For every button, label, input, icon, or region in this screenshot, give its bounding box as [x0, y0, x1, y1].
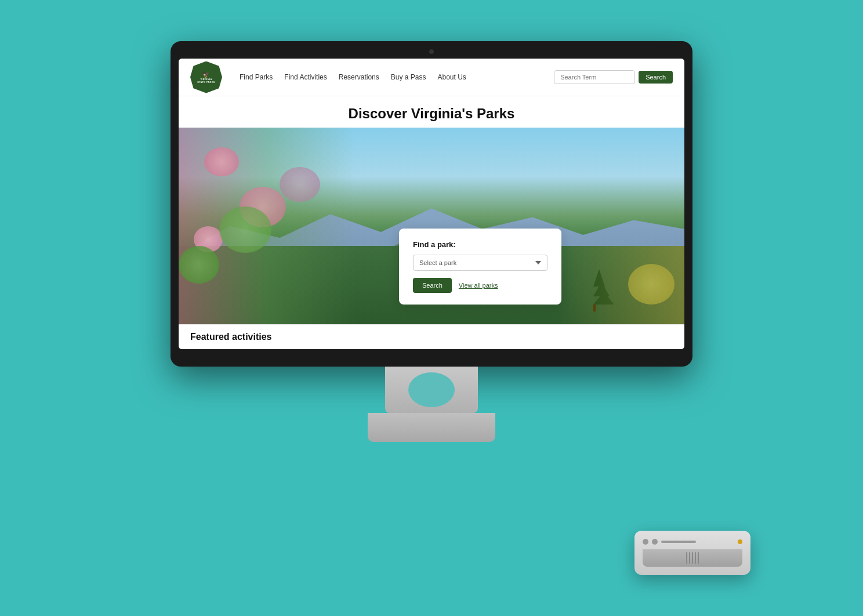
nav-search-input[interactable] — [554, 70, 635, 84]
nav-links: Find Parks Find Activities Reservations … — [240, 73, 554, 81]
nav-search: Search — [554, 70, 673, 84]
logo-text: VIRGINIASTATE PARKS — [197, 78, 215, 84]
logo-bird-icon: 🦅 — [202, 71, 209, 78]
foliage-1 — [219, 206, 271, 253]
featured-title: Featured activities — [190, 332, 673, 342]
hero-image: Find a park: Select a park Search View a… — [179, 128, 684, 324]
vent-3 — [692, 552, 693, 564]
nav-link-reservations[interactable]: Reservations — [339, 73, 379, 81]
flower-blob-4 — [280, 167, 320, 202]
mac-pro-bottom — [643, 549, 742, 567]
website: 🦅 VIRGINIASTATE PARKS Find Parks Find Ac… — [179, 59, 684, 349]
mac-pro-light — [738, 539, 742, 544]
search-panel-actions: Search View all parks — [413, 278, 547, 293]
nav-link-about-us[interactable]: About Us — [437, 73, 466, 81]
mac-pro-line — [661, 541, 696, 543]
nav-link-find-activities[interactable]: Find Activities — [284, 73, 327, 81]
nav-search-button[interactable]: Search — [639, 71, 673, 84]
desktop-scene: 🦅 VIRGINIASTATE PARKS Find Parks Find Ac… — [84, 41, 779, 575]
monitor-screen: 🦅 VIRGINIASTATE PARKS Find Parks Find Ac… — [179, 59, 684, 349]
search-panel: Find a park: Select a park Search View a… — [399, 229, 561, 305]
nav-link-find-parks[interactable]: Find Parks — [240, 73, 273, 81]
search-panel-title: Find a park: — [413, 240, 547, 249]
navbar: 🦅 VIRGINIASTATE PARKS Find Parks Find Ac… — [179, 59, 684, 96]
nav-link-buy-a-pass[interactable]: Buy a Pass — [391, 73, 426, 81]
vent-4 — [695, 552, 696, 564]
monitor-stand — [171, 367, 692, 442]
foliage-2 — [179, 246, 219, 284]
foliage-right — [628, 264, 675, 305]
vent-1 — [686, 552, 687, 564]
park-select[interactable]: Select a park — [413, 255, 547, 271]
search-park-button[interactable]: Search — [413, 278, 452, 293]
monitor: 🦅 VIRGINIASTATE PARKS Find Parks Find Ac… — [171, 41, 692, 442]
monitor-stand-neck-inner — [408, 372, 455, 407]
logo[interactable]: 🦅 VIRGINIASTATE PARKS — [190, 61, 222, 93]
mac-pro-port-1 — [643, 539, 648, 545]
mac-pro-ports — [643, 539, 742, 545]
featured-bar: Featured activities — [179, 324, 684, 349]
vent-5 — [698, 552, 699, 564]
view-all-parks-link[interactable]: View all parks — [459, 282, 498, 289]
flower-blob-1 — [204, 147, 239, 176]
mac-pro — [634, 531, 750, 575]
vent-2 — [689, 552, 690, 564]
camera — [429, 49, 434, 54]
hero-image-container: Find a park: Select a park Search View a… — [179, 128, 684, 324]
hero-title: Discover Virginia's Parks — [179, 96, 684, 128]
monitor-stand-neck — [385, 367, 478, 413]
camera-bar — [179, 49, 684, 54]
monitor-bezel: 🦅 VIRGINIASTATE PARKS Find Parks Find Ac… — [171, 41, 692, 367]
mac-pro-port-2 — [652, 539, 658, 545]
monitor-base — [368, 413, 495, 442]
